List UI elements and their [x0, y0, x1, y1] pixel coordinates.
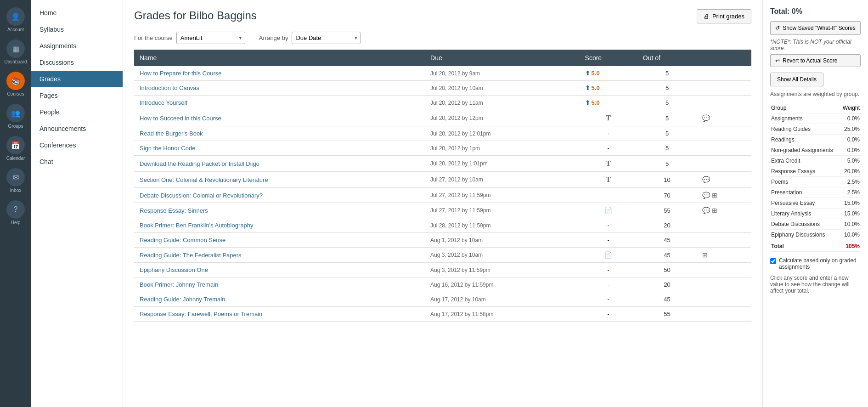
row-icons-cell: [697, 263, 751, 277]
due-date-cell: Aug 17, 2012 by 11:58pm: [425, 307, 580, 322]
sidebar-item-assignments[interactable]: Assignments: [31, 38, 123, 54]
nav-item-help[interactable]: ?Help: [0, 197, 31, 229]
assignment-link[interactable]: Reading Guide: The Federalist Papers: [140, 252, 242, 259]
sidebar-item-chat[interactable]: Chat: [31, 153, 123, 170]
weight-value: 10.0%: [840, 230, 861, 240]
due-date-cell: Jul 20, 2012 by 12:01pm: [425, 126, 580, 141]
weight-table-header: Group Weight: [770, 103, 861, 113]
sidebar-item-pages[interactable]: Pages: [31, 87, 123, 104]
show-all-details-button[interactable]: Show All Details: [770, 73, 823, 86]
score-cell[interactable]: T: [580, 156, 637, 172]
sidebar-item-people[interactable]: People: [31, 104, 123, 120]
score-cell[interactable]: T: [580, 110, 637, 126]
nav-item-dashboard[interactable]: ▦Dashboard: [0, 36, 31, 68]
score-cell[interactable]: -: [580, 292, 637, 307]
weight-group-name: Presentation: [770, 187, 840, 198]
score-value: ⬆5.0: [585, 70, 632, 77]
sidebar-item-syllabus[interactable]: Syllabus: [31, 21, 123, 38]
assignment-link[interactable]: Debate Discussion: Colonial or Revolutio…: [140, 192, 263, 199]
assignment-link[interactable]: Download the Reading Packet or Install D…: [140, 160, 259, 167]
score-cell[interactable]: -: [580, 218, 637, 233]
weight-group-name: Response Essays: [770, 166, 840, 177]
print-grades-button[interactable]: 🖨 Print grades: [697, 9, 751, 23]
due-date-cell: Jul 27, 2012 by 11:59pm: [425, 188, 580, 203]
out-of-cell: 5: [637, 96, 697, 110]
row-icons-cell: ⊞: [697, 248, 751, 263]
row-icons-cell: [697, 96, 751, 110]
due-date-cell: Jul 27, 2012 by 11:59pm: [425, 203, 580, 218]
weight-group-name: Persuasive Essay: [770, 198, 840, 209]
arrange-by-group: Arrange by Due Date: [259, 32, 361, 44]
out-of-cell: 55: [637, 203, 697, 218]
assignment-link[interactable]: Read the Burger's Book: [140, 130, 203, 137]
assignment-link[interactable]: How to Prepare for this Course: [140, 70, 221, 77]
main-content: Grades for Bilbo Baggins 🖨 Print grades …: [123, 0, 762, 407]
assignment-link[interactable]: Response Essay: Sinners: [140, 207, 208, 214]
assignment-link[interactable]: How to Succeed in this Course: [140, 115, 221, 122]
table-row: Reading Guide: Johnny TremainAug 17, 201…: [134, 292, 751, 307]
sidebar-item-announcements[interactable]: Announcements: [31, 120, 123, 137]
score-value: ⬆5.0: [585, 85, 632, 91]
score-cell[interactable]: -: [580, 307, 637, 322]
assignment-link[interactable]: Introduction to Canvas: [140, 85, 199, 91]
weight-value: 25.0%: [840, 124, 861, 135]
weight-row: Poems2.5%: [770, 177, 861, 187]
course-select[interactable]: AmeriLit: [176, 32, 245, 44]
weight-value: 5.0%: [840, 156, 861, 166]
score-cell[interactable]: -: [580, 233, 637, 248]
weight-value: 20.0%: [840, 166, 861, 177]
assignment-link[interactable]: Response Essay: Farewell, Poems or Trema…: [140, 311, 262, 317]
score-cell[interactable]: ⬆5.0: [580, 96, 637, 110]
weight-row: Literary Analysis15.0%: [770, 209, 861, 219]
assignment-link[interactable]: Reading Guide: Common Sense: [140, 237, 225, 243]
assignment-name-cell: Debate Discussion: Colonial or Revolutio…: [134, 188, 425, 203]
sidebar-item-discussions[interactable]: Discussions: [31, 54, 123, 71]
controls-row: For the course AmeriLit Arrange by Due D…: [134, 32, 751, 44]
sidebar-item-home[interactable]: Home: [31, 5, 123, 21]
table-row: How to Prepare for this CourseJul 20, 20…: [134, 66, 751, 81]
score-cell[interactable]: ⬆5.0: [580, 66, 637, 81]
show-saved-button[interactable]: ↺ Show Saved "What-If" Scores: [770, 21, 861, 35]
calc-checkbox[interactable]: [770, 258, 776, 264]
arrange-by-select[interactable]: Due Date: [292, 32, 361, 44]
assignment-link[interactable]: Introduce Yourself: [140, 99, 187, 106]
nav-item-calendar[interactable]: 📅Calendar: [0, 132, 31, 164]
grade-table: Name Due Score Out of How to Prepare for…: [134, 50, 751, 322]
table-row: Reading Guide: The Federalist PapersAug …: [134, 248, 751, 263]
table-row: Book Primer: Ben Franklin's Autobiograph…: [134, 218, 751, 233]
sidebar-item-grades[interactable]: Grades: [31, 71, 123, 87]
weight-row: Response Essays20.0%: [770, 166, 861, 177]
assignment-link[interactable]: Epiphany Discussion One: [140, 266, 208, 273]
assignment-name-cell: Response Essay: Farewell, Poems or Trema…: [134, 307, 425, 322]
assignment-name-cell: How to Prepare for this Course: [134, 66, 425, 81]
assignment-link[interactable]: Book Primer: Ben Franklin's Autobiograph…: [140, 222, 253, 229]
nav-item-courses[interactable]: 📚Courses: [0, 68, 31, 100]
score-cell[interactable]: -: [580, 263, 637, 277]
score-arrow-icon: ⬆: [585, 85, 590, 91]
score-cell[interactable]: 📄: [580, 203, 637, 218]
score-cell[interactable]: -: [580, 277, 637, 292]
assignment-link[interactable]: Sign the Honor Code: [140, 145, 195, 152]
row-icons-cell: [697, 233, 751, 248]
score-cell[interactable]: -: [580, 141, 637, 156]
score-cell[interactable]: [580, 188, 637, 203]
score-cell[interactable]: 📄: [580, 248, 637, 263]
assignment-link[interactable]: Reading Guide: Johnny Tremain: [140, 296, 225, 303]
table-row: Introduction to CanvasJul 20, 2012 by 10…: [134, 81, 751, 96]
score-cell[interactable]: ⬆5.0: [580, 81, 637, 96]
nav-item-account[interactable]: 👤Account: [0, 4, 31, 36]
score-arrow-icon: ⬆: [585, 70, 590, 77]
sidebar-item-conferences[interactable]: Conferences: [31, 137, 123, 153]
assignment-name-cell: Book Primer: Ben Franklin's Autobiograph…: [134, 218, 425, 233]
assignment-name-cell: Epiphany Discussion One: [134, 263, 425, 277]
weight-row: Extra Credit5.0%: [770, 156, 861, 166]
sidebar: HomeSyllabusAssignmentsDiscussionsGrades…: [31, 0, 123, 407]
assignment-link[interactable]: Section One: Colonial & Revolutionary Li…: [140, 176, 268, 183]
nav-item-groups[interactable]: 👥Groups: [0, 100, 31, 132]
revert-button[interactable]: ↩ Revert to Actual Score: [770, 54, 861, 67]
nav-item-inbox[interactable]: ✉Inbox: [0, 164, 31, 197]
assignment-link[interactable]: Book Primer: Johnny Tremain: [140, 281, 218, 288]
grid-icon: ⊞: [712, 207, 717, 214]
score-cell[interactable]: T: [580, 172, 637, 188]
score-cell[interactable]: -: [580, 126, 637, 141]
